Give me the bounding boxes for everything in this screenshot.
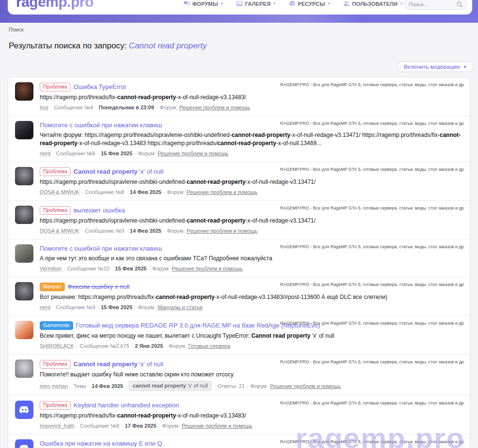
result-row: Проблема Cannot read property 'x' of nul… xyxy=(8,162,470,201)
promo-text: RAGEMP.PRO - Все для RageMP GTA 5, готов… xyxy=(280,244,465,249)
nav-item-2[interactable]: ГАЛЕРЕЯ▼ xyxy=(236,0,277,7)
result-badge: Gamemode xyxy=(40,321,73,330)
site-logo[interactable]: ragemp.pro xyxy=(16,0,93,10)
result-forum-link[interactable]: Готовые сервера xyxy=(188,342,231,350)
result-avatar-vermilion[interactable] xyxy=(15,244,33,263)
forum-label: Форум: xyxy=(167,188,185,196)
result-forum-link[interactable]: Решение проблем и помощь xyxy=(182,422,252,430)
result-title-link[interactable]: Помогите с ошибкой при нажатии клавиш xyxy=(40,121,162,129)
chevron-down-icon: ▼ xyxy=(327,1,331,6)
result-meta: maverick_hath·Сообщение №8·17 Фев 2025·Ф… xyxy=(40,422,464,430)
breadcrumb[interactable]: Поиск xyxy=(9,27,478,32)
result-meta: DOSA & MIWUK·Сообщение №8·14 Фев 2025·Фо… xyxy=(40,188,464,196)
result-avatar-discord[interactable] xyxy=(15,401,33,419)
result-snippet: Вот решение: https://ragemp.pro/threads/… xyxy=(40,293,464,301)
promo-text: RAGEMP.PRO - Все для RageMP GTA 5, готов… xyxy=(280,206,465,210)
result-snippet: https://ragemp.pro/threads/ispravlenie-o… xyxy=(40,178,464,186)
result-title-link[interactable]: Фиксим ошибку x null xyxy=(68,283,130,291)
result-title-link[interactable]: Cannot read property 'x' of null xyxy=(74,168,164,176)
result-avatar-nerd[interactable] xyxy=(15,121,33,139)
result-forum-link[interactable]: Решение проблем и помощь xyxy=(186,227,257,235)
search-results-list: Проблема Ошибка TypeError https://ragemp… xyxy=(8,77,470,448)
forum-label: Форум: xyxy=(160,104,177,111)
result-title-link[interactable]: Cannot read property 'x' of null xyxy=(74,360,164,368)
result-tag[interactable]: cannot read property 'x' of null xyxy=(129,381,212,391)
result-title-link[interactable]: Помогите с ошибкой при нажатии клавиш xyxy=(40,245,162,253)
promo-text: RAGEMP.PRO - Все для RageMP GTA 5, готов… xyxy=(280,359,465,364)
users-icon xyxy=(343,0,350,7)
result-author-link[interactable]: Inoi xyxy=(40,104,48,111)
promo-text: RAGEMP.PRO - Все для RageMP GTA 5, готов… xyxy=(280,82,465,87)
discord-icon xyxy=(18,403,31,416)
result-author-link[interactable]: nerd xyxy=(40,303,50,311)
result-row: Проблема Ошибка TypeError https://ragemp… xyxy=(8,77,470,116)
result-meta-text: Тема xyxy=(74,382,86,390)
result-meta-text: Сообщение №9 xyxy=(56,303,95,311)
forum-label: Форум: xyxy=(152,265,170,272)
result-author-link[interactable]: Vermilion xyxy=(40,265,62,272)
resources-icon xyxy=(289,0,295,7)
result-meta: Inoi·Сообщение №4·Понедельник в 23:09·Фо… xyxy=(40,104,464,111)
result-meta: miro mirhan·Тема·14 Фев 2025·cannot read… xyxy=(40,381,464,391)
result-avatar-inoi[interactable] xyxy=(15,82,33,101)
header-card: ragemp.pro ФОРУМЫ▼ГАЛЕРЕЯ▼РЕСУРСЫ▼ПОЛЬЗО… xyxy=(8,0,472,15)
result-avatar-miro[interactable] xyxy=(15,359,33,378)
result-author-link[interactable]: miro mirhan xyxy=(40,382,68,390)
result-snippet: https://ragemp.pro/threads/fix-cannot-re… xyxy=(40,412,464,420)
result-row: Помогите с ошибкой при нажатии клавиш А … xyxy=(8,239,470,277)
nav-item-3[interactable]: РЕСУРСЫ▼ xyxy=(289,0,331,7)
result-meta-text: Сообщение №4 xyxy=(54,104,93,111)
enable-moderation-button[interactable]: Включить модерацию▼ xyxy=(397,61,474,72)
comments-icon xyxy=(184,0,190,7)
nav-item-1[interactable]: ФОРУМЫ▼ xyxy=(184,0,224,7)
result-title-link[interactable]: вылезает ошибка xyxy=(74,207,125,214)
result-author-link[interactable]: SHIROBLACK xyxy=(40,342,74,350)
forum-label: Форум: xyxy=(169,342,186,350)
result-forum-link[interactable]: Решение проблем и помощь xyxy=(270,382,340,390)
header-search[interactable] xyxy=(403,0,467,10)
result-snippet: https://ragemp.pro/threads/ispravlenie-o… xyxy=(40,217,464,225)
result-meta-text: Сообщение №9 xyxy=(85,227,124,235)
nav-item-label: ГАЛЕРЕЯ xyxy=(245,1,271,7)
result-avatar-shiro[interactable] xyxy=(15,321,33,339)
result-snippet: Читайте форум: https://ragemp.pro/thread… xyxy=(40,131,464,148)
result-row: Ошибка при нажатие на клавишу E или Q th… xyxy=(8,434,470,448)
result-title-link[interactable]: Keybind handler unhandled exception xyxy=(74,402,179,409)
nav-item-label: ФОРУМЫ xyxy=(192,1,218,7)
result-avatar-dosa[interactable] xyxy=(15,206,33,224)
result-meta-text: Сообщение №2,675 xyxy=(80,342,129,350)
result-forum-link[interactable]: Решение проблем и помощь xyxy=(179,104,250,111)
result-author-link[interactable]: DOSA & MIWUK xyxy=(40,188,79,196)
chevron-down-icon: ▼ xyxy=(273,1,277,6)
result-title-link[interactable]: Ошибка TypeError xyxy=(74,83,126,91)
result-meta-text: Сообщение №8 xyxy=(85,188,124,196)
result-forum-link[interactable]: Мануалы и статьи xyxy=(157,303,202,311)
result-avatar-dosa[interactable] xyxy=(15,167,33,185)
result-forum-link[interactable]: Решение проблем и помощь xyxy=(157,149,228,157)
result-snippet: А при чем тут это вообще и как это связа… xyxy=(40,254,464,263)
result-date: 15 Фев 2025 xyxy=(101,149,132,157)
result-forum-link[interactable]: Решение проблем и помощь xyxy=(186,188,257,196)
result-author-link[interactable]: nerd xyxy=(40,149,50,157)
result-badge: Мануал xyxy=(40,283,65,291)
forum-label: Форум: xyxy=(138,303,155,311)
result-author-link[interactable]: maverick_hath xyxy=(40,422,75,430)
search-input[interactable] xyxy=(409,1,456,7)
search-icon[interactable] xyxy=(456,1,463,8)
forum-label: Форум: xyxy=(250,382,268,390)
result-badge: Проблема xyxy=(40,360,71,369)
result-snippet: Всем привет, фикс на метро походу не паш… xyxy=(40,332,464,340)
result-row: Помогите с ошибкой при нажатии клавиш Чи… xyxy=(8,116,470,162)
nav-item-4[interactable]: ПОЛЬЗОВАТЕЛИ▼ xyxy=(343,0,403,7)
result-date: 14 Фев 2025 xyxy=(130,227,161,235)
main-nav: ФОРУМЫ▼ГАЛЕРЕЯ▼РЕСУРСЫ▼ПОЛЬЗОВАТЕЛИ▼ xyxy=(184,0,403,7)
result-avatar-nerd2[interactable] xyxy=(15,282,33,300)
result-date: 14 Фев 2025 xyxy=(130,188,161,196)
result-title-link[interactable]: Ошибка при нажатие на клавишу E или Q xyxy=(40,440,162,448)
chevron-down-icon: ▼ xyxy=(400,1,403,6)
result-forum-link[interactable]: Решение проблем и помощь xyxy=(172,265,243,272)
result-meta: nerd·Сообщение №8·15 Фев 2025·Форум:Реше… xyxy=(40,149,464,157)
result-author-link[interactable]: DOSA & MIWUK xyxy=(40,227,79,235)
forum-label: Форум: xyxy=(138,149,155,157)
result-avatar-discord[interactable] xyxy=(15,439,33,448)
